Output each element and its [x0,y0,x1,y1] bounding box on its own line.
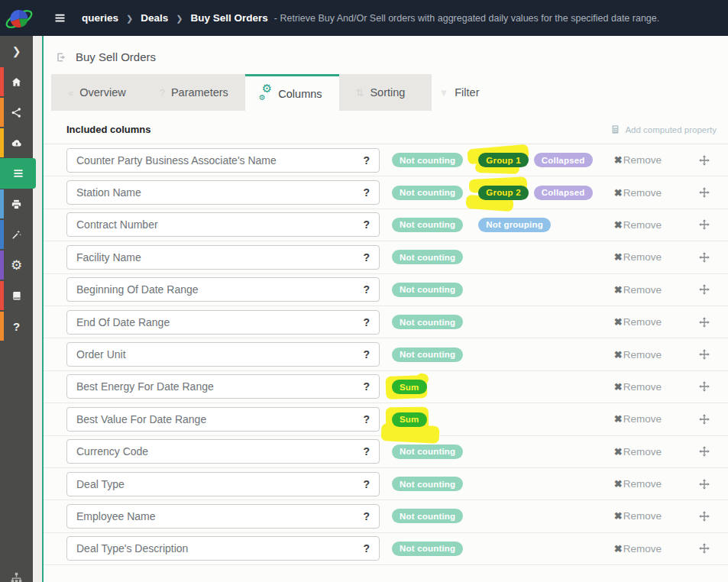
remove-button[interactable]: ✖Remove [614,478,662,490]
remove-button[interactable]: ✖Remove [614,251,662,263]
move-handle-icon[interactable] [698,510,710,522]
column-field[interactable]: Deal Type ? [66,472,380,496]
menu-icon[interactable] [53,11,66,24]
help-button[interactable]: ? [363,380,370,393]
add-computed-property-button[interactable]: Add computed property [610,124,717,134]
move-handle-icon[interactable] [698,218,710,231]
badge-not-counting[interactable]: Not counting [392,315,463,329]
remove-button[interactable]: ✖Remove [614,187,662,199]
breadcrumb-queries[interactable]: queries [82,12,118,24]
move-handle-icon[interactable] [698,283,710,296]
badge-group[interactable]: Group 1 [478,153,529,167]
remove-button[interactable]: ✖Remove [614,446,662,458]
tab-overview[interactable]: « Overview [51,74,143,111]
sidebar-item-home[interactable] [0,66,33,97]
badge-not-counting[interactable]: Not counting [392,218,463,232]
top-bar: queries ❯ Deals ❯ Buy Sell Orders - Retr… [0,0,728,36]
badge-not-counting[interactable]: Not counting [392,283,463,297]
badge-not-counting[interactable]: Not counting [392,250,463,264]
column-field[interactable]: Employee Name ? [66,504,380,529]
move-handle-icon[interactable] [698,186,710,199]
sidebar-item-book[interactable] [0,280,33,311]
remove-label: Remove [623,219,662,231]
help-button[interactable]: ? [363,510,370,522]
help-button[interactable]: ? [363,348,370,361]
move-handle-icon[interactable] [698,478,710,490]
color-stripe [0,251,4,280]
help-button[interactable]: ? [363,542,370,555]
badge-group[interactable]: Group 2 [478,186,529,200]
move-handle-icon[interactable] [698,154,710,167]
column-field[interactable]: Beginning Of Date Range ? [66,277,380,302]
sidebar-item-share[interactable] [0,97,33,128]
column-field[interactable]: End Of Date Range ? [66,310,380,335]
sidebar-item-gear[interactable]: ⚙ [0,250,33,280]
badge-not-grouping[interactable]: Not grouping [478,218,551,232]
help-button[interactable]: ? [363,316,370,328]
move-handle-icon[interactable] [698,542,710,555]
remove-button[interactable]: ✖Remove [614,381,662,393]
badge-sum[interactable]: Sum [392,380,427,394]
remove-button[interactable]: ✖Remove [614,413,662,425]
column-field[interactable]: Deal Type's Description ? [66,536,380,561]
breadcrumb-deals[interactable]: Deals [141,12,168,24]
help-button[interactable]: ? [363,218,370,231]
column-field[interactable]: Counter Party Business Associate's Name … [66,148,380,173]
badge-sum[interactable]: Sum [392,412,427,427]
help-button[interactable]: ? [363,283,370,296]
remove-button[interactable]: ✖Remove [614,349,662,361]
highlight-marker: Sum [392,380,427,395]
sidebar-item-print[interactable] [0,189,33,219]
badge-not-counting[interactable]: Not counting [392,153,463,167]
app-logo-icon[interactable] [3,3,35,34]
column-row: Facility Name ? Not counting ✖Remove [44,241,728,273]
remove-button[interactable]: ✖Remove [614,510,662,522]
move-handle-icon[interactable] [698,348,710,361]
move-handle-icon[interactable] [698,251,710,264]
sitemap-icon[interactable] [0,572,33,582]
help-button[interactable]: ? [363,186,370,199]
move-handle-icon[interactable] [698,445,710,458]
badge-not-counting[interactable]: Not counting [392,509,463,523]
tab-sorting[interactable]: ⇅ Sorting [339,74,422,111]
sidebar-item-magic-wand[interactable] [0,219,33,250]
sidebar-item-list[interactable] [0,158,36,189]
badge-not-counting[interactable]: Not counting [392,445,463,459]
tab-parameters[interactable]: ? Parameters [143,74,245,111]
help-button[interactable]: ? [363,445,370,458]
remove-x-icon: ✖ [614,187,623,199]
tab-columns[interactable]: ⚙⚙ Columns [245,74,339,111]
badge-not-counting[interactable]: Not counting [392,348,463,362]
remove-button[interactable]: ✖Remove [614,284,662,296]
move-handle-icon[interactable] [698,413,710,425]
column-field[interactable]: Currency Code ? [66,439,380,464]
sidebar-item-cloud-upload[interactable] [0,128,33,158]
remove-button[interactable]: ✖Remove [614,543,662,555]
badge-not-counting[interactable]: Not counting [392,477,463,491]
column-field[interactable]: Order Unit ? [66,342,380,367]
badge-collapsed[interactable]: Collapsed [534,153,593,167]
column-field[interactable]: Station Name ? [66,180,380,205]
column-field[interactable]: Contract Number ? [66,212,380,237]
column-field[interactable]: Facility Name ? [66,245,380,270]
column-field[interactable]: Best Energy For Date Range ? [66,374,380,399]
badge-not-counting[interactable]: Not counting [392,186,463,200]
remove-button[interactable]: ✖Remove [614,316,662,328]
remove-label: Remove [623,187,662,199]
breadcrumb-current[interactable]: Buy Sell Orders [191,12,268,24]
help-button[interactable]: ? [363,478,370,490]
help-button[interactable]: ? [363,413,370,425]
sidebar-item-chevron-right[interactable]: ❯ [0,36,33,66]
help-button[interactable]: ? [363,251,370,264]
remove-button[interactable]: ✖Remove [614,154,662,166]
color-stripe [0,128,4,157]
badge-not-counting[interactable]: Not counting [392,542,463,556]
sidebar-item-question[interactable]: ? [0,311,33,341]
remove-button[interactable]: ✖Remove [614,219,662,231]
move-handle-icon[interactable] [698,316,710,328]
move-handle-icon[interactable] [698,380,710,393]
tab-filter[interactable]: ▼ Filter [422,74,496,111]
badge-collapsed[interactable]: Collapsed [534,186,593,200]
column-field[interactable]: Best Value For Date Range ? [66,407,380,432]
help-button[interactable]: ? [363,154,370,167]
